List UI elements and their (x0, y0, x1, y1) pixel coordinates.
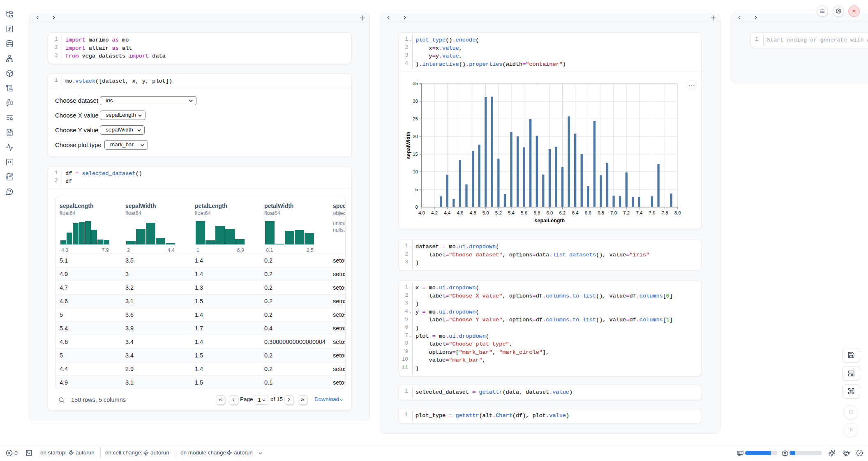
svg-text:10: 10 (413, 169, 418, 174)
svg-text:4.2: 4.2 (431, 210, 438, 215)
svg-text:6.4: 6.4 (572, 210, 579, 215)
svg-text:7.8: 7.8 (662, 210, 668, 215)
svg-text:5: 5 (416, 187, 418, 192)
svg-text:5.4: 5.4 (508, 210, 515, 215)
svg-text:7.0: 7.0 (610, 210, 617, 215)
svg-text:35: 35 (413, 81, 418, 86)
svg-text:4.8: 4.8 (470, 210, 476, 215)
svg-text:7.6: 7.6 (649, 210, 656, 215)
svg-text:5.0: 5.0 (482, 210, 489, 215)
svg-text:8.0: 8.0 (674, 210, 681, 215)
svg-text:20: 20 (413, 134, 418, 139)
svg-text:0: 0 (416, 205, 418, 210)
svg-text:4.4: 4.4 (444, 210, 451, 215)
svg-text:30: 30 (413, 99, 418, 104)
svg-text:5.8: 5.8 (533, 210, 540, 215)
svg-text:7.4: 7.4 (636, 210, 643, 215)
svg-text:4.0: 4.0 (418, 210, 425, 215)
svg-text:sepalWidth: sepalWidth (406, 131, 411, 159)
svg-text:6.2: 6.2 (559, 210, 566, 215)
svg-text:25: 25 (413, 116, 418, 121)
svg-text:4.6: 4.6 (457, 210, 463, 215)
svg-text:15: 15 (413, 152, 418, 157)
svg-text:6.0: 6.0 (546, 210, 553, 215)
svg-text:5.6: 5.6 (521, 210, 527, 215)
svg-text:sepalLength: sepalLength (535, 218, 565, 224)
svg-text:6.6: 6.6 (585, 210, 591, 215)
svg-text:7.2: 7.2 (623, 210, 630, 215)
svg-text:6.8: 6.8 (598, 210, 604, 215)
svg-text:5.2: 5.2 (495, 210, 502, 215)
